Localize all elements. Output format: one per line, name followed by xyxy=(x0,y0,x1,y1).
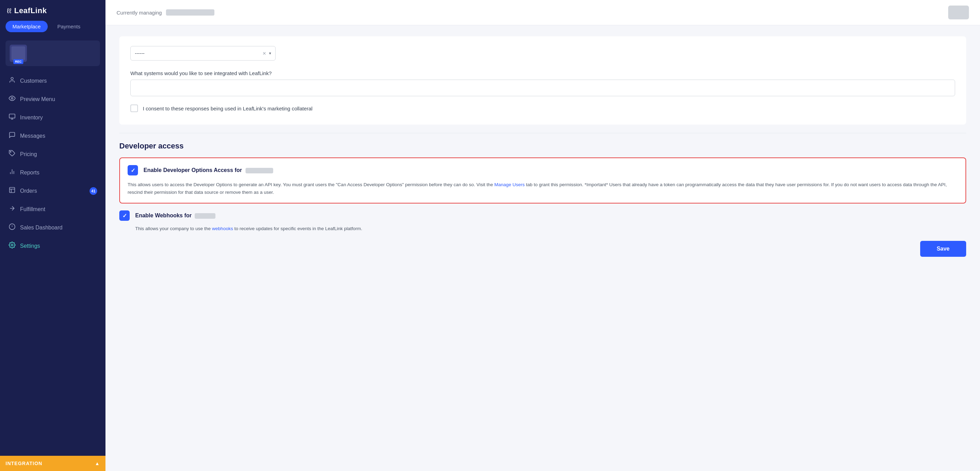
sidebar-item-messages[interactable]: Messages xyxy=(3,127,103,145)
sidebar-item-inventory[interactable]: Inventory xyxy=(3,108,103,127)
currently-managing-label: Currently managing xyxy=(116,10,162,16)
question-label: What systems would you like to see integ… xyxy=(130,70,955,76)
svg-rect-7 xyxy=(10,188,15,193)
form-section: ------ ✕ ▾ What systems would you like t… xyxy=(119,36,966,125)
sales-dashboard-icon xyxy=(8,223,16,232)
company-card: REC xyxy=(6,40,100,66)
integration-chevron: ▲ xyxy=(95,461,100,466)
sidebar-item-label: Fulfillment xyxy=(20,206,45,212)
company-name-blur-2 xyxy=(245,168,273,173)
sidebar-item-label: Pricing xyxy=(20,151,37,158)
content-area: ------ ✕ ▾ What systems would you like t… xyxy=(105,25,980,471)
main-area: Currently managing ------ ✕ ▾ What syste… xyxy=(105,0,980,471)
topbar: Currently managing xyxy=(105,0,980,25)
divider xyxy=(119,133,966,133)
pricing-icon xyxy=(8,150,16,158)
svg-point-0 xyxy=(11,78,13,80)
developer-options-checkbox[interactable] xyxy=(127,165,138,176)
orders-badge: 41 xyxy=(89,187,97,195)
consent-row: I consent to these responses being used … xyxy=(130,104,955,112)
fulfillment-icon xyxy=(8,205,16,214)
sidebar-item-preview-menu[interactable]: Preview Menu xyxy=(3,90,103,108)
question-input[interactable] xyxy=(130,80,955,96)
sidebar-item-label: Inventory xyxy=(20,115,43,121)
developer-option-title: Enable Developer Options Access for xyxy=(143,165,273,176)
inventory-icon xyxy=(8,113,16,122)
tab-payments[interactable]: Payments xyxy=(51,21,88,32)
sidebar-item-customers[interactable]: Customers xyxy=(3,72,103,90)
svg-point-1 xyxy=(11,97,13,99)
reports-icon xyxy=(8,168,16,177)
logo-area: ℓℓ LeafLink xyxy=(0,0,105,21)
svg-point-3 xyxy=(10,152,11,153)
orders-icon xyxy=(8,187,16,195)
logo-text: LeafLink xyxy=(14,6,47,15)
developer-option-row: Enable Developer Options Access for xyxy=(127,165,958,176)
sidebar-nav: Customers Preview Menu Inventory Message… xyxy=(0,72,105,456)
webhooks-title: Enable Webhooks for xyxy=(135,212,215,219)
logo-icon: ℓℓ xyxy=(7,7,11,15)
sidebar-item-label: Sales Dashboard xyxy=(20,225,63,231)
sidebar-item-label: Messages xyxy=(20,133,45,139)
sidebar: ℓℓ LeafLink Marketplace Payments REC Cus… xyxy=(0,0,105,471)
integration-label: INTEGRATION xyxy=(6,461,42,466)
select-clear-btn[interactable]: ✕ xyxy=(262,51,266,56)
svg-rect-2 xyxy=(10,114,15,118)
webhooks-description: This allows your company to use the webh… xyxy=(119,225,966,233)
save-button[interactable]: Save xyxy=(920,241,966,257)
consent-label: I consent to these responses being used … xyxy=(143,105,313,112)
tab-marketplace[interactable]: Marketplace xyxy=(6,21,48,32)
sidebar-item-sales-dashboard[interactable]: Sales Dashboard xyxy=(3,219,103,237)
sidebar-item-pricing[interactable]: Pricing xyxy=(3,145,103,163)
messages-icon xyxy=(8,131,16,140)
sidebar-item-label: Settings xyxy=(20,243,40,249)
developer-options-box: Enable Developer Options Access for This… xyxy=(119,158,966,203)
select-arrows-icon: ▾ xyxy=(269,51,271,56)
select-control[interactable]: ------ ✕ ▾ xyxy=(130,46,275,61)
sidebar-item-label: Customers xyxy=(20,78,47,84)
section-title: Developer access xyxy=(119,142,966,150)
integration-bar[interactable]: INTEGRATION ▲ xyxy=(0,456,105,471)
sidebar-item-label: Reports xyxy=(20,169,40,176)
topbar-avatar[interactable] xyxy=(948,6,969,19)
webhooks-row: Enable Webhooks for xyxy=(119,211,966,221)
sidebar-item-fulfillment[interactable]: Fulfillment xyxy=(3,200,103,219)
sidebar-item-label: Orders xyxy=(20,188,37,194)
nav-tabs: Marketplace Payments xyxy=(0,21,105,38)
company-name-blur-3 xyxy=(195,213,215,219)
sidebar-item-label: Preview Menu xyxy=(20,96,55,102)
customers-icon xyxy=(8,77,16,85)
sidebar-item-reports[interactable]: Reports xyxy=(3,163,103,182)
select-value: ------ xyxy=(135,51,145,56)
developer-option-description: This allows users to access the Develope… xyxy=(127,181,958,196)
preview-menu-icon xyxy=(8,95,16,104)
save-row: Save xyxy=(119,233,966,260)
developer-access-section: Developer access Enable Developer Option… xyxy=(119,142,966,260)
webhooks-link[interactable]: webhooks xyxy=(212,226,233,231)
company-name-blur xyxy=(166,10,215,16)
settings-icon xyxy=(8,241,16,250)
svg-point-11 xyxy=(11,244,13,246)
manage-users-link[interactable]: Manage Users xyxy=(494,182,525,187)
question-row: What systems would you like to see integ… xyxy=(130,70,955,104)
topbar-left: Currently managing xyxy=(116,10,215,16)
sidebar-item-orders[interactable]: Orders 41 xyxy=(3,182,103,200)
sidebar-item-settings[interactable]: Settings xyxy=(3,237,103,255)
webhooks-checkbox[interactable] xyxy=(119,211,130,221)
rec-badge: REC xyxy=(13,59,23,64)
company-avatar: REC xyxy=(10,45,27,62)
consent-checkbox[interactable] xyxy=(130,104,138,112)
select-row: ------ ✕ ▾ xyxy=(130,46,955,61)
